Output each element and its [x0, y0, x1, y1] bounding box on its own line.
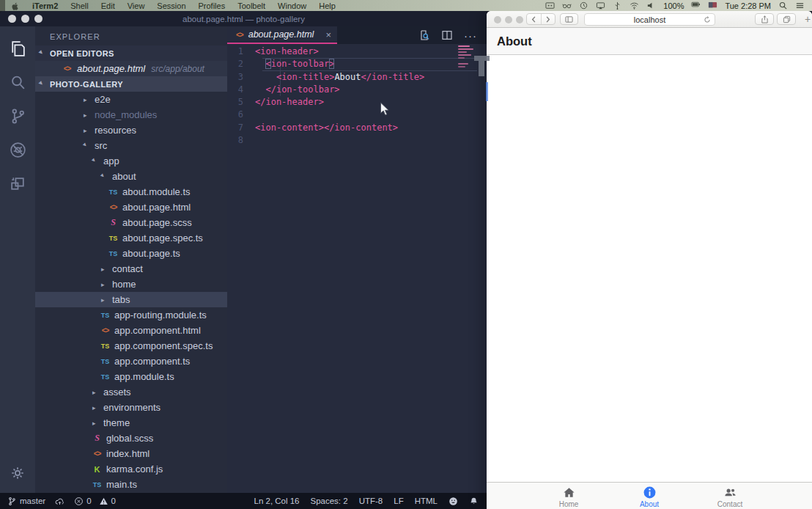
menu-item-view[interactable]: View [128, 1, 145, 10]
extensions-icon[interactable] [0, 166, 35, 200]
tree-item-app[interactable]: ▸app [35, 153, 227, 169]
cursor-position-indicator[interactable]: Ln 2, Col 16 [254, 497, 300, 505]
code-editor[interactable]: 1<ion-header>2 <ion-toolbar>3 <ion-title… [227, 44, 487, 493]
zoom-window-button[interactable] [516, 16, 523, 23]
tab-about-page-html[interactable]: <> about.page.html × [227, 26, 337, 44]
tree-item-theme[interactable]: ▸theme [35, 415, 227, 431]
debug-icon[interactable] [0, 133, 35, 166]
minimap[interactable] [458, 45, 475, 69]
volume-status-icon[interactable] [646, 1, 656, 10]
code-line-3[interactable]: 3 <ion-title>About</ion-title> [227, 71, 487, 84]
menu-item-profiles[interactable]: Profiles [199, 1, 226, 10]
encoding-indicator[interactable]: UTF-8 [359, 497, 383, 505]
tree-item-app-component-spec-ts[interactable]: TSapp.component.spec.ts [35, 338, 227, 354]
indentation-indicator[interactable]: Spaces: 2 [311, 497, 348, 505]
code-line-5[interactable]: 5</ion-header> [227, 96, 487, 109]
git-branch-indicator[interactable]: master [7, 497, 45, 506]
wifi-status-icon[interactable] [630, 1, 639, 10]
tree-item-global-scss[interactable]: Sglobal.scss [35, 431, 227, 446]
menu-item-iterm2[interactable]: iTerm2 [32, 1, 58, 10]
menu-item-toolbelt[interactable]: Toolbelt [237, 1, 265, 10]
tree-item-tabs[interactable]: ▸tabs [35, 292, 227, 307]
clock-status-icon[interactable] [579, 1, 588, 10]
tree-item-about-page-spec-ts[interactable]: TSabout.page.spec.ts [35, 230, 227, 246]
tree-item-about-module-ts[interactable]: TSabout.module.ts [35, 184, 227, 199]
menu-item-shell[interactable]: Shell [70, 1, 88, 10]
settings-gear-icon[interactable] [0, 465, 35, 481]
menu-item-edit[interactable]: Edit [101, 1, 115, 10]
code-line-4[interactable]: 4 </ion-toolbar> [227, 84, 487, 96]
close-window-button[interactable] [8, 15, 16, 23]
notification-center-icon[interactable] [795, 1, 805, 10]
input-source-flag-icon[interactable] [708, 1, 717, 10]
tree-item-src[interactable]: ▸src [35, 138, 227, 153]
tab-overview-button[interactable] [777, 13, 796, 25]
feedback-smiley-icon[interactable] [449, 497, 458, 506]
tree-item-app-component-html[interactable]: <>app.component.html [35, 323, 227, 338]
more-actions-icon[interactable]: ··· [464, 29, 477, 42]
explorer-icon[interactable] [0, 32, 35, 65]
vscode-title-bar[interactable]: about.page.html — photo-gallery [0, 11, 487, 26]
menu-item-session[interactable]: Session [157, 1, 185, 10]
eol-indicator[interactable]: LF [394, 497, 403, 505]
menu-item-help[interactable]: Help [319, 1, 336, 10]
zoom-window-button[interactable] [34, 15, 43, 23]
address-bar[interactable]: localhost [584, 13, 715, 26]
open-editor-item[interactable]: <> about.page.html src/app/about [35, 61, 227, 76]
search-icon[interactable] [0, 65, 35, 99]
menu-bar-clock[interactable]: Tue 2:28 PM [725, 1, 771, 10]
split-editor-icon[interactable] [441, 29, 453, 41]
tree-item-main-ts[interactable]: TSmain.ts [35, 477, 227, 492]
new-tab-button[interactable]: + [802, 13, 812, 25]
tree-item-resources[interactable]: ▸resources [35, 122, 227, 138]
screenshot-status-icon[interactable] [545, 1, 555, 10]
tree-item-app-component-ts[interactable]: TSapp.component.ts [35, 354, 227, 369]
tree-item-assets[interactable]: ▸assets [35, 384, 227, 400]
code-line-8[interactable]: 8 [227, 134, 487, 147]
tree-item-e2e[interactable]: ▸e2e [35, 92, 227, 107]
app-tab-contact[interactable]: Contact [690, 483, 770, 508]
code-line-7[interactable]: 7<ion-content></ion-content> [227, 122, 487, 134]
tree-item-karma-conf-js[interactable]: Kkarma.conf.js [35, 461, 227, 477]
tree-item-contact[interactable]: ▸contact [35, 261, 227, 277]
language-mode-indicator[interactable]: HTML [415, 497, 438, 505]
airplay-status-icon[interactable] [596, 1, 605, 10]
app-tab-about[interactable]: About [609, 483, 690, 508]
tree-item-about-page-ts[interactable]: TSabout.page.ts [35, 246, 227, 261]
tree-item-about-page-html[interactable]: <>about.page.html [35, 199, 227, 215]
apple-menu-icon[interactable] [10, 1, 20, 10]
reload-icon[interactable] [704, 16, 711, 23]
close-tab-icon[interactable]: × [325, 30, 331, 40]
source-control-icon[interactable] [0, 99, 35, 133]
code-line-2[interactable]: 2 <ion-toolbar> [227, 58, 487, 70]
find-in-file-icon[interactable] [418, 29, 430, 41]
code-line-6[interactable]: 6 [227, 109, 487, 121]
back-button[interactable] [527, 14, 541, 24]
code-line-1[interactable]: 1<ion-header> [227, 45, 487, 58]
menu-item-window[interactable]: Window [278, 1, 306, 10]
glasses-status-icon[interactable] [562, 1, 572, 10]
forward-button[interactable] [541, 14, 556, 24]
notifications-bell-icon[interactable] [469, 497, 479, 506]
battery-icon[interactable] [691, 1, 701, 10]
minimize-window-button[interactable] [505, 16, 512, 23]
project-section-header[interactable]: ▸ PHOTO-GALLERY [35, 76, 227, 92]
problems-indicator[interactable]: 0 0 [74, 497, 116, 506]
tree-item-node-modules[interactable]: ▸node_modules [35, 107, 227, 122]
sidebar-toggle-button[interactable] [560, 13, 578, 25]
tree-item-about-page-scss[interactable]: Sabout.page.scss [35, 215, 227, 230]
publish-changes-button[interactable] [55, 497, 64, 506]
tree-item-about[interactable]: ▸about [35, 169, 227, 184]
minimize-window-button[interactable] [21, 15, 29, 23]
tree-item-app-module-ts[interactable]: TSapp.module.ts [35, 369, 227, 384]
close-window-button[interactable] [494, 16, 501, 23]
share-button[interactable] [755, 13, 774, 25]
open-editors-section-header[interactable]: ▸ OPEN EDITORS [35, 45, 227, 61]
tree-item-app-routing-module-ts[interactable]: TSapp-routing.module.ts [35, 307, 227, 323]
tree-item-home[interactable]: ▸home [35, 277, 227, 292]
tree-item-environments[interactable]: ▸environments [35, 400, 227, 415]
app-tab-home[interactable]: Home [528, 483, 609, 508]
tree-item-index-html[interactable]: <>index.html [35, 446, 227, 461]
dongle-status-icon[interactable] [613, 1, 622, 10]
spotlight-search-icon[interactable] [778, 1, 788, 10]
